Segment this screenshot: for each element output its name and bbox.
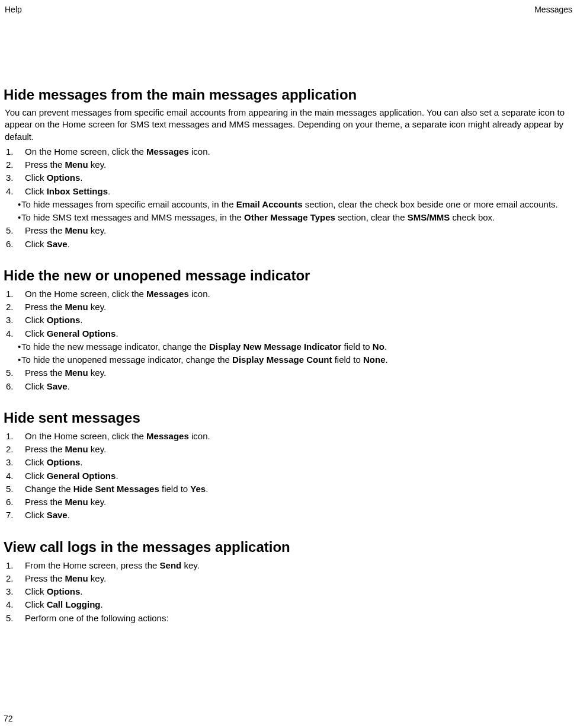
ordered-list: 1.On the Home screen, click the Messages… (5, 288, 572, 393)
list-item-text: Press the Menu key. (25, 443, 572, 455)
bullet-icon: • (5, 354, 21, 366)
bold-term: SMS/MMS (408, 212, 450, 222)
list-item-number: 4. (5, 186, 25, 197)
list-item-number: 5. (5, 612, 25, 624)
sub-list-item-text: To hide the new message indicator, chang… (21, 341, 572, 353)
section-title: Hide the new or unopened message indicat… (4, 267, 572, 284)
bold-term: Save (47, 381, 68, 391)
list-item-number: 1. (5, 560, 25, 571)
bold-term: Save (47, 239, 68, 249)
bold-term: Menu (65, 444, 88, 454)
section-title: Hide messages from the main messages app… (4, 87, 572, 103)
list-item-text: From the Home screen, press the Send key… (25, 560, 572, 571)
list-item-text: Press the Menu key. (25, 573, 572, 585)
bold-term: No (373, 341, 384, 352)
list-item: 2.Press the Menu key. (5, 443, 572, 456)
bold-term: Messages (146, 146, 189, 157)
list-item-text: Click General Options. (25, 470, 572, 482)
list-item-text: Click Save. (25, 381, 572, 392)
header-left: Help (5, 5, 22, 14)
list-item-number: 2. (5, 159, 25, 171)
list-item-text: Press the Menu key. (25, 225, 572, 237)
list-item-text: Press the Menu key. (25, 159, 572, 171)
list-item: 5.Change the Hide Sent Messages field to… (5, 483, 572, 496)
list-item: 2.Press the Menu key. (5, 158, 572, 171)
list-item: 3.Click Options. (5, 314, 572, 327)
list-item-text: Change the Hide Sent Messages field to Y… (25, 483, 572, 495)
bold-term: General Options (47, 471, 116, 481)
sub-list-item: •To hide messages from specific email ac… (5, 198, 572, 211)
ordered-list: 1.On the Home screen, click the Messages… (5, 145, 572, 251)
list-item-number: 1. (5, 288, 25, 300)
bullet-icon: • (5, 212, 21, 223)
header-right: Messages (534, 5, 572, 14)
list-item: 5.Press the Menu key. (5, 366, 572, 379)
list-item-text: Press the Menu key. (25, 301, 572, 313)
list-item-text: Click Save. (25, 509, 572, 521)
list-item-number: 1. (5, 430, 25, 442)
list-item-text: Click Options. (25, 586, 572, 598)
list-item: 3.Click Options. (5, 585, 572, 598)
bold-term: Menu (65, 302, 88, 312)
list-item: 5.Perform one of the following actions: (5, 612, 572, 625)
list-item-number: 5. (5, 483, 25, 495)
list-item-text: On the Home screen, click the Messages i… (25, 146, 572, 158)
list-item: 4.Click General Options. (5, 327, 572, 340)
list-item-text: Click Save. (25, 238, 572, 250)
bold-term: Options (47, 173, 81, 183)
sub-list-item: •To hide the new message indicator, chan… (5, 340, 572, 353)
bold-term: None (363, 355, 386, 365)
bold-term: Email Accounts (236, 199, 303, 209)
sub-list-item-text: To hide the unopened message indicator, … (21, 354, 572, 366)
list-item: 6.Click Save. (5, 380, 572, 393)
list-item: 3.Click Options. (5, 456, 572, 469)
list-item-text: Click Inbox Settings. (25, 186, 572, 197)
bold-term: Menu (65, 497, 88, 507)
sub-list-item: •To hide the unopened message indicator,… (5, 353, 572, 366)
list-item-number: 5. (5, 225, 25, 237)
list-item-number: 3. (5, 314, 25, 326)
section-intro: You can prevent messages from specific e… (5, 107, 572, 143)
section-title: View call logs in the messages applicati… (4, 539, 572, 555)
list-item-text: Click Options. (25, 314, 572, 326)
list-item-text: Click Call Logging. (25, 599, 572, 611)
list-item: 1.From the Home screen, press the Send k… (5, 559, 572, 572)
section-title: Hide sent messages (4, 410, 572, 426)
list-item-number: 6. (5, 381, 25, 392)
list-item: 1.On the Home screen, click the Messages… (5, 145, 572, 158)
bold-term: General Options (47, 328, 116, 339)
bold-term: Options (47, 457, 81, 467)
list-item-number: 4. (5, 470, 25, 482)
bold-term: Menu (65, 225, 88, 235)
list-item-number: 6. (5, 496, 25, 508)
bold-term: Options (47, 586, 81, 596)
list-item-number: 6. (5, 238, 25, 250)
sub-list-item: •To hide SMS text messages and MMS messa… (5, 211, 572, 224)
list-item-text: Click General Options. (25, 328, 572, 340)
list-item-number: 1. (5, 146, 25, 158)
list-item-number: 3. (5, 456, 25, 468)
bullet-icon: • (5, 341, 21, 353)
list-item-number: 2. (5, 301, 25, 313)
bold-term: Menu (65, 573, 88, 583)
bold-term: Menu (65, 159, 88, 170)
list-item: 1.On the Home screen, click the Messages… (5, 288, 572, 301)
list-item-number: 7. (5, 509, 25, 521)
list-item-text: Press the Menu key. (25, 367, 572, 379)
list-item: 7.Click Save. (5, 509, 572, 522)
list-item-text: On the Home screen, click the Messages i… (25, 288, 572, 300)
bold-term: Yes (190, 484, 206, 494)
bold-term: Messages (146, 431, 189, 441)
sub-list-item-text: To hide messages from specific email acc… (21, 199, 572, 210)
list-item-text: On the Home screen, click the Messages i… (25, 430, 572, 442)
list-item: 1.On the Home screen, click the Messages… (5, 430, 572, 443)
page-header: Help Messages (2, 5, 575, 15)
list-item-number: 3. (5, 586, 25, 598)
list-item: 2.Press the Menu key. (5, 301, 572, 314)
list-item-text: Press the Menu key. (25, 496, 572, 508)
list-item: 4.Click Inbox Settings. (5, 185, 572, 198)
list-item-number: 5. (5, 367, 25, 379)
list-item-number: 2. (5, 573, 25, 585)
list-item-number: 4. (5, 599, 25, 611)
bold-term: Send (160, 560, 182, 570)
